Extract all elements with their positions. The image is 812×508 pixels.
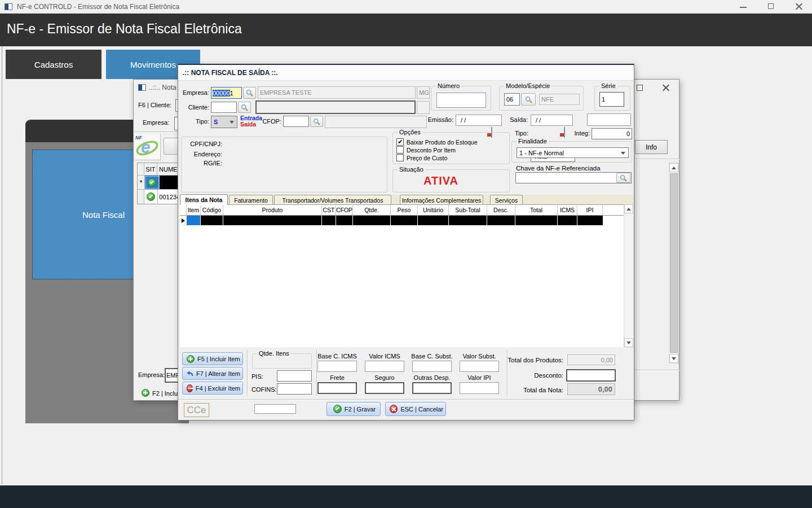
extra-field[interactable] <box>587 113 631 126</box>
grid-row[interactable]: 001234 <box>138 190 180 204</box>
numero-field[interactable] <box>436 93 486 108</box>
svg-text:NF: NF <box>135 135 142 141</box>
x-icon <box>390 405 398 413</box>
chave-search-button[interactable] <box>616 173 630 183</box>
qtde-itens-group: Qtde. Itens <box>252 353 312 369</box>
incluir-item-button[interactable]: F5 | Incluir Item <box>182 352 243 365</box>
col-cst: CST <box>322 205 336 215</box>
valor-subst-field[interactable] <box>460 361 499 372</box>
grid-sit-cell <box>144 190 158 204</box>
alterar-item-button[interactable]: F7 | Alterar Item <box>182 367 243 380</box>
grid-row-selected[interactable]: * <box>138 176 180 190</box>
cce-button[interactable]: CCe <box>184 403 209 417</box>
serie-field[interactable]: 1 <box>599 92 624 107</box>
finalidade-group: Finalidade 1 - NF-e Normal <box>511 141 632 163</box>
integ-field[interactable]: 0 <box>592 128 632 139</box>
bgwin-maximize-icon[interactable] <box>637 85 643 91</box>
total-nota-label: Total da Nota: <box>507 387 563 393</box>
saida-calendar-icon[interactable] <box>564 127 565 138</box>
modelo-group: Modelo/Espécie 06 NFE <box>499 86 584 111</box>
cliente-search-button[interactable] <box>238 102 251 113</box>
empresa-code-rest: 1 <box>230 90 233 97</box>
items-table-row[interactable] <box>180 216 624 225</box>
seguro-field[interactable] <box>365 382 404 394</box>
modelo-search-button[interactable] <box>521 93 536 106</box>
cliente-name-field <box>255 100 416 114</box>
excluir-item-button[interactable]: F4 | Excluir Item <box>182 382 243 395</box>
frete-field[interactable] <box>317 382 357 394</box>
seguro-header: Seguro <box>363 374 407 381</box>
bgwin-f2-incluir-label[interactable]: F2 | Inclui <box>152 390 179 397</box>
tab-transportador[interactable]: Transportador/Volumes Transportados <box>274 195 391 205</box>
cfop-search-button[interactable] <box>310 116 323 127</box>
valor-ipi-field[interactable] <box>460 382 499 394</box>
scroll-up-button[interactable] <box>669 163 678 172</box>
emissao-field[interactable]: / / <box>456 115 502 126</box>
info-button[interactable]: Info <box>635 140 668 154</box>
outras-desp-field[interactable] <box>412 382 452 394</box>
saida-date-label: Saída: <box>508 116 528 123</box>
footer-field[interactable] <box>254 404 296 414</box>
plus-icon <box>142 389 149 397</box>
total-nota-field: 0,00 <box>567 383 615 395</box>
items-table-scrollbar[interactable] <box>624 204 633 347</box>
cliente-code-field[interactable] <box>211 102 237 113</box>
tab-itens-da-nota[interactable]: Itens da Nota <box>180 194 228 205</box>
preco-custo-checkbox[interactable] <box>396 154 404 161</box>
tab-cadastros[interactable]: Cadastros <box>6 50 102 79</box>
search-icon <box>620 174 627 182</box>
gravar-button[interactable]: F2 | Gravar <box>326 402 381 416</box>
bgwin-partial-button[interactable] <box>164 138 179 155</box>
empresa-search-button[interactable] <box>243 87 256 99</box>
grid-col-numero: NUMERO <box>157 163 180 175</box>
chave-field[interactable] <box>515 172 632 183</box>
nota-fiscal-card-label: Nota Fiscal <box>82 210 125 220</box>
saida-date-field[interactable]: / / <box>531 115 573 126</box>
cancelar-button[interactable]: ESC | Cancelar <box>385 402 446 416</box>
valor-icms-field[interactable] <box>365 361 404 372</box>
table-scroll-up-button[interactable] <box>624 204 633 213</box>
cofins-field[interactable] <box>277 383 312 395</box>
bgwin-scrollbar[interactable] <box>669 163 679 364</box>
modelo-code-field[interactable]: 06 <box>504 93 520 106</box>
tab-label: Itens da Nota <box>186 196 223 203</box>
grid-corner <box>138 163 144 175</box>
base-icms-field[interactable] <box>317 361 357 372</box>
empresa-code-field[interactable]: 000001 <box>211 87 242 99</box>
desconto-item-checkbox[interactable] <box>396 146 404 154</box>
col-produto: Produto <box>223 205 322 215</box>
desconto-field[interactable] <box>566 369 616 382</box>
cfop-label: CFOP: <box>259 118 281 125</box>
base-subst-field[interactable] <box>412 361 452 372</box>
pis-field[interactable] <box>277 370 312 382</box>
tipo-combo[interactable]: S <box>211 116 237 128</box>
items-table-header: Item Código Produto CST CFOP Qtde. Peso … <box>180 205 624 216</box>
table-scroll-down-button[interactable] <box>624 338 633 347</box>
minimize-icon[interactable] <box>740 7 747 8</box>
cfop-desc-field <box>325 116 427 128</box>
scroll-thumb[interactable] <box>670 173 678 353</box>
modelo-group-label: Modelo/Espécie <box>504 82 551 89</box>
bgwin-close-icon[interactable] <box>663 84 669 91</box>
tab-servicos[interactable]: Serviços <box>490 195 523 205</box>
close-icon[interactable] <box>796 3 802 10</box>
items-table: Item Código Produto CST CFOP Qtde. Peso … <box>180 204 624 347</box>
col-unitario: Unitário <box>418 205 449 215</box>
frete-header: Frete <box>315 374 359 381</box>
maximize-icon[interactable] <box>768 3 774 9</box>
col-qtde: Qtde. <box>353 205 391 215</box>
integ-label: Integ: <box>568 130 590 137</box>
tab-faturamento[interactable]: Faturamento <box>229 195 273 205</box>
col-subtotal: Sub-Total <box>449 205 487 215</box>
baixar-produto-checkbox[interactable] <box>396 138 404 146</box>
tab-informacoes[interactable]: Informações Complementares <box>400 195 483 205</box>
cancelar-button-label: ESC | Cancelar <box>400 406 443 413</box>
tab-label: Serviços <box>495 197 518 204</box>
cfop-field[interactable] <box>283 116 309 127</box>
bgwin-empresa-bottom-label: Empresa: <box>138 371 165 378</box>
finalidade-combo[interactable]: 1 - NF-e Normal <box>517 147 629 158</box>
status-ok-icon <box>147 192 155 201</box>
scroll-down-button[interactable] <box>669 354 678 363</box>
tab-label: Faturamento <box>234 197 268 204</box>
check-icon <box>333 405 342 413</box>
